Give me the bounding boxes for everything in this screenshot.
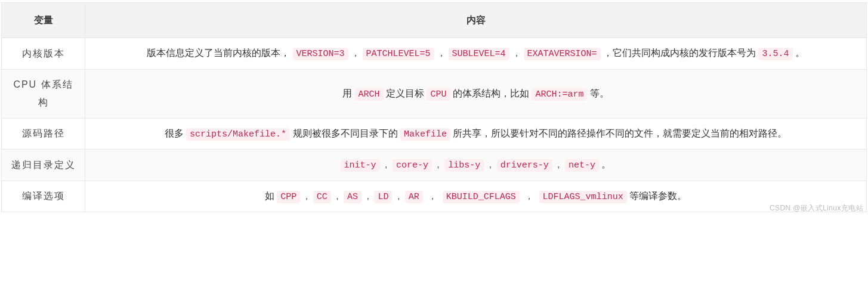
variable-name-cell: CPU 体系结构 xyxy=(2,69,85,118)
separator-text: ， xyxy=(425,191,440,201)
watermark: CSDN @嵌入式Linux充电站 xyxy=(770,203,863,213)
body-text: 等。 xyxy=(587,88,608,98)
body-text: 用 xyxy=(342,88,354,98)
table-header-row: 变量 内容 xyxy=(2,3,867,38)
content-cell: 如 CPP , CC , AS , LD , AR ， KBUILD_CFLAG… xyxy=(85,181,867,212)
table-row: 递归目录定义init-y , core-y , libs-y , drivers… xyxy=(2,150,867,181)
body-text: 定义目标 xyxy=(384,88,427,98)
code-token: CC xyxy=(313,191,331,203)
body-text: 如 xyxy=(265,191,277,201)
variable-name-cell: 源码路径 xyxy=(2,118,85,150)
code-token: ARCH xyxy=(355,88,384,101)
code-token: SUBLEVEL=4 xyxy=(449,48,509,60)
code-token: 3.5.4 xyxy=(758,48,792,60)
separator-text: , xyxy=(333,191,341,201)
content-cell: 版本信息定义了当前内核的版本， VERSION=3，PATCHLEVEL=5，S… xyxy=(85,38,867,70)
code-token: init-y xyxy=(341,159,380,172)
code-token: EXATAVERSION= xyxy=(524,48,601,60)
content-cell: init-y , core-y , libs-y , drivers-y , n… xyxy=(85,150,867,181)
code-token: PATCHLEVEL=5 xyxy=(363,48,434,60)
table-row: 内核版本版本信息定义了当前内核的版本， VERSION=3，PATCHLEVEL… xyxy=(2,38,867,70)
code-token: CPU xyxy=(427,88,450,101)
code-token: AR xyxy=(405,191,423,203)
table-row: 编译选项如 CPP , CC , AS , LD , AR ， KBUILD_C… xyxy=(2,181,867,212)
separator-text: , xyxy=(486,159,494,169)
variables-table: 变量 内容 内核版本版本信息定义了当前内核的版本， VERSION=3，PATC… xyxy=(1,2,867,212)
code-token: VERSION=3 xyxy=(293,48,348,60)
separator-text: ， xyxy=(522,191,537,201)
separator-text: , xyxy=(394,191,402,201)
separator-text: , xyxy=(382,159,390,169)
body-text: 版本信息定义了当前内核的版本， xyxy=(147,48,292,58)
code-token: net-y xyxy=(565,159,599,172)
body-text: 。 xyxy=(599,159,611,169)
separator-text: , xyxy=(555,159,563,169)
code-token: scripts/Makefile.* xyxy=(186,128,290,141)
separator-text: , xyxy=(302,191,310,201)
body-text: 很多 xyxy=(165,128,186,138)
separator-text: ， xyxy=(512,48,521,58)
variable-name-cell: 内核版本 xyxy=(2,38,85,70)
separator-text: , xyxy=(434,159,442,169)
separator-text: ， xyxy=(351,48,360,58)
body-text: 规则被很多不同目录下的 xyxy=(290,128,400,138)
code-token: libs-y xyxy=(444,159,484,172)
body-text: 。 xyxy=(793,48,805,58)
content-cell: 很多 scripts/Makefile.* 规则被很多不同目录下的 Makefi… xyxy=(85,118,867,150)
table-body: 内核版本版本信息定义了当前内核的版本， VERSION=3，PATCHLEVEL… xyxy=(2,38,867,212)
table-row: CPU 体系结构用 ARCH 定义目标 CPU 的体系结构，比如 ARCH:=a… xyxy=(2,69,867,118)
body-text: ，它们共同构成内核的发行版本号为 xyxy=(601,48,759,58)
table-row: 源码路径很多 scripts/Makefile.* 规则被很多不同目录下的 Ma… xyxy=(2,118,867,150)
code-token: drivers-y xyxy=(497,159,552,172)
code-token: LDFLAGS_vmlinux xyxy=(539,191,627,203)
body-text: 所共享，所以要针对不同的路径操作不同的文件，就需要定义当前的相对路径。 xyxy=(450,128,787,138)
code-token: KBUILD_CFLAGS xyxy=(443,191,520,203)
code-token: LD xyxy=(374,191,392,203)
body-text: 等编译参数。 xyxy=(627,191,687,201)
body-text: 的体系结构，比如 xyxy=(450,88,532,98)
separator-text: , xyxy=(364,191,372,201)
code-token: CPP xyxy=(277,191,300,203)
header-var: 变量 xyxy=(2,3,85,38)
content-cell: 用 ARCH 定义目标 CPU 的体系结构，比如 ARCH:=arm 等。 xyxy=(85,69,867,118)
separator-text: ， xyxy=(437,48,446,58)
variable-name-cell: 编译选项 xyxy=(2,181,85,212)
variable-name-cell: 递归目录定义 xyxy=(2,150,85,181)
code-token: ARCH:=arm xyxy=(532,88,587,101)
code-token: AS xyxy=(344,191,362,203)
code-token: core-y xyxy=(393,159,432,172)
header-content: 内容 xyxy=(85,3,867,38)
code-token: Makefile xyxy=(400,128,450,141)
document-page: 变量 内容 内核版本版本信息定义了当前内核的版本， VERSION=3，PATC… xyxy=(0,0,868,215)
